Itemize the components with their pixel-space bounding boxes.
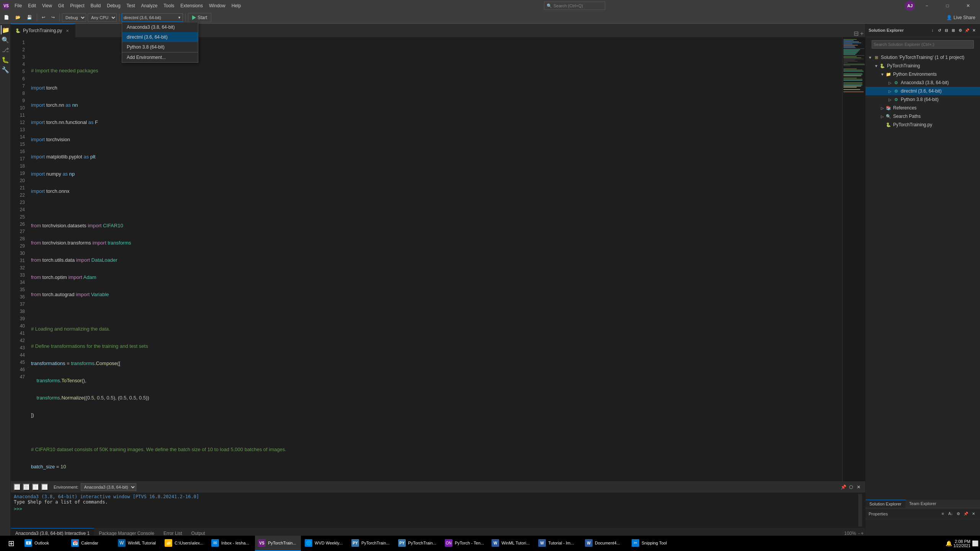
- platform-select[interactable]: Any CPU: [88, 13, 117, 22]
- menu-debug[interactable]: Debug: [104, 0, 123, 11]
- se-collapse-btn[interactable]: ⊟: [943, 27, 949, 33]
- code-content[interactable]: # Import the needed packages import torc…: [28, 37, 842, 481]
- undo-btn[interactable]: ↩: [39, 13, 47, 22]
- se-refresh-btn[interactable]: ↺: [936, 27, 942, 33]
- taskbar-time: 2:08 PM: [955, 539, 970, 544]
- restore-button[interactable]: □: [939, 0, 956, 11]
- menu-edit[interactable]: Edit: [25, 0, 39, 11]
- notification-icon[interactable]: 🔔: [946, 540, 952, 546]
- prop-categories-btn[interactable]: ≡: [939, 510, 946, 517]
- menu-extensions[interactable]: Extensions: [177, 0, 206, 11]
- menu-analyze[interactable]: Analyze: [138, 0, 161, 11]
- taskbar-inbox[interactable]: ✉ Inbox - Iesha...: [208, 536, 254, 551]
- se-filter-btn[interactable]: ⊞: [950, 27, 956, 33]
- show-desktop-btn[interactable]: ⬜: [972, 540, 978, 546]
- se-pytorch-file-node[interactable]: 🐍 PyTorchTraining.py: [866, 121, 980, 129]
- terminal-scroll-down[interactable]: ↓: [41, 484, 48, 491]
- menu-window[interactable]: Window: [206, 0, 229, 11]
- redo-btn[interactable]: ↪: [49, 13, 57, 22]
- taskbar-winml-word[interactable]: W WinML Tutori...: [488, 536, 534, 551]
- se-directml-node[interactable]: ▷ ⚙ directml (3.6, 64-bit): [866, 87, 980, 95]
- se-tab-team[interactable]: Team Explorer: [905, 500, 940, 508]
- se-references-node[interactable]: ▷ 📚 References: [866, 104, 980, 112]
- env-option-anaconda3[interactable]: Anaconda3 (3.8, 64-bit): [122, 22, 198, 32]
- activity-git[interactable]: ⎇: [1, 45, 10, 54]
- prop-settings-btn[interactable]: ⚙: [955, 510, 962, 517]
- menu-file[interactable]: File: [11, 0, 25, 11]
- se-settings-btn[interactable]: ⚙: [957, 27, 963, 33]
- live-share-button[interactable]: 👤 Live Share: [943, 15, 978, 20]
- taskbar-outlook[interactable]: 📧 Outlook: [21, 536, 67, 551]
- terminal-scroll-up[interactable]: ↑: [32, 484, 39, 491]
- taskbar-winml[interactable]: W WinML Tutorial: [115, 536, 161, 551]
- clock-area[interactable]: 2:08 PM 1/22/2021: [954, 539, 971, 548]
- taskbar-doc4-word-label: Document4...: [595, 541, 620, 545]
- se-sync-btn[interactable]: ↕: [929, 27, 936, 33]
- new-project-btn[interactable]: 📄: [2, 13, 11, 22]
- activity-explorer[interactable]: 📁: [1, 25, 10, 34]
- se-solution-node[interactable]: ▼ ⊞ Solution 'PyTorchTraining' (1 of 1 p…: [866, 53, 980, 62]
- terminal-env-select[interactable]: Anaconda3 (3.8, 64-bit): [81, 483, 136, 491]
- split-editor-btn[interactable]: ⊟: [854, 30, 859, 37]
- menu-test[interactable]: Test: [124, 0, 138, 11]
- taskbar-explorer[interactable]: 📁 C:\Users\alex...: [162, 536, 207, 551]
- activity-search[interactable]: 🔍: [1, 35, 10, 44]
- terminal-close-btn[interactable]: ✕: [855, 484, 862, 491]
- start-debug-button[interactable]: Start: [188, 13, 211, 22]
- save-btn[interactable]: 💾: [24, 13, 34, 22]
- global-search[interactable]: 🔍 Search (Ctrl+Q): [544, 2, 605, 10]
- tab-close-btn[interactable]: ✕: [64, 28, 70, 34]
- prop-alphabetical-btn[interactable]: A↓: [947, 510, 954, 517]
- prop-pin-btn[interactable]: 📌: [962, 510, 969, 517]
- se-search-input[interactable]: [872, 40, 974, 49]
- menu-view[interactable]: View: [39, 0, 55, 11]
- terminal-pin-btn[interactable]: 📌: [840, 484, 847, 491]
- user-avatar[interactable]: AJ: [905, 1, 915, 11]
- env-selected-display[interactable]: directml (3.6, 64-bit) ▼: [122, 13, 183, 22]
- activity-extensions[interactable]: 🔧: [1, 65, 10, 74]
- close-button[interactable]: ✕: [959, 0, 977, 11]
- terminal-split-btn[interactable]: ⬡: [848, 484, 854, 491]
- taskbar-pytorch-onenote[interactable]: ON PyTorch - Ten...: [442, 536, 488, 551]
- terminal-scrollbar[interactable]: [858, 494, 862, 527]
- se-search-paths-node[interactable]: ▷ 🔍 Search Paths: [866, 112, 980, 121]
- menu-build[interactable]: Build: [88, 0, 104, 11]
- se-anaconda38-node[interactable]: ▷ ⚙ Anaconda3 (3.8, 64-bit): [866, 78, 980, 87]
- taskbar-tutorial-word[interactable]: W Tutorial - Im...: [535, 536, 581, 551]
- terminal-zoom-down[interactable]: -: [858, 530, 860, 536]
- terminal-zoom-up[interactable]: +: [861, 530, 864, 536]
- taskbar-pytorch-py2[interactable]: PY PyTorchTrain...: [395, 536, 441, 551]
- taskbar-wvd[interactable]: 🌐 WVD Weekly...: [302, 536, 348, 551]
- se-project-node[interactable]: ▼ 🐍 PyTorchTraining: [866, 62, 980, 70]
- se-search-paths-arrow: ▷: [879, 114, 885, 119]
- taskbar-pytorch-py1[interactable]: PY PyTorchTrain...: [348, 536, 394, 551]
- taskbar-calendar[interactable]: 📅 Calendar: [68, 536, 114, 551]
- se-tab-solution[interactable]: Solution Explorer: [866, 500, 905, 508]
- menu-project[interactable]: Project: [67, 0, 87, 11]
- taskbar-doc4-word[interactable]: W Document4...: [582, 536, 628, 551]
- env-add-environment[interactable]: Add Environment...: [122, 52, 198, 62]
- minimize-button[interactable]: −: [918, 0, 936, 11]
- debug-mode-select[interactable]: Debug: [62, 13, 86, 22]
- activity-debug[interactable]: 🐛: [1, 55, 10, 64]
- open-file-btn[interactable]: 📂: [13, 13, 23, 22]
- menu-git[interactable]: Git: [55, 0, 67, 11]
- prop-close-btn[interactable]: ✕: [970, 510, 977, 517]
- taskbar-snipping[interactable]: ✂ Snipping Tool: [629, 536, 675, 551]
- live-share-icon: 👤: [946, 15, 952, 20]
- editor-tab-pytorch[interactable]: 🐍 PyTorchTraining.py ✕: [11, 24, 75, 37]
- terminal-clear-btn[interactable]: 🗑: [23, 484, 30, 491]
- se-close-btn[interactable]: ✕: [971, 27, 977, 33]
- menu-help[interactable]: Help: [229, 0, 244, 11]
- se-python38-node[interactable]: ▷ ⚙ Python 3.8 (64-bit): [866, 95, 980, 104]
- menu-tools[interactable]: Tools: [160, 0, 177, 11]
- se-python-envs-node[interactable]: ▼ 📁 Python Environments: [866, 70, 980, 78]
- se-pin-btn[interactable]: 📌: [964, 27, 970, 33]
- terminal-restart-btn[interactable]: ↺: [14, 484, 21, 491]
- env-option-directml[interactable]: directml (3.6, 64-bit): [122, 32, 198, 42]
- new-tab-btn[interactable]: +: [860, 30, 864, 37]
- env-option-python38[interactable]: Python 3.8 (64-bit): [122, 42, 198, 52]
- taskbar-pytorch-vs[interactable]: VS PyTorchTrain...: [255, 536, 301, 551]
- terminal-text[interactable]: Anaconda3 (3.8, 64-bit) interactive wind…: [14, 494, 858, 527]
- start-button[interactable]: ⊞: [2, 536, 21, 551]
